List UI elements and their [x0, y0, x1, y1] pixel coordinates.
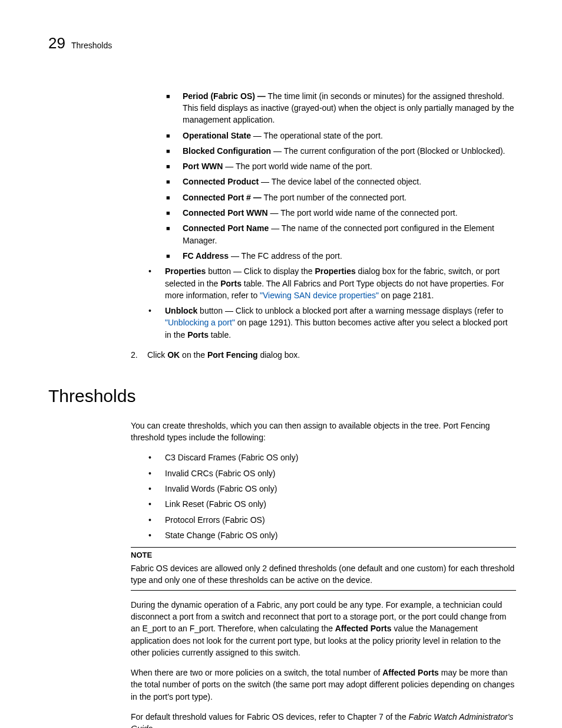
text: Protocol Errors (Fabric OS)	[165, 514, 516, 526]
list-item: ■Connected Port Name — The name of the c…	[166, 222, 516, 246]
text: Link Reset (Fabric OS only)	[165, 498, 516, 510]
paragraph: For default threshold values for Fabric …	[131, 711, 516, 728]
bullet-icon: •	[148, 467, 165, 479]
description: — The device label of the connected obje…	[259, 177, 421, 186]
paragraph: During the dynamic operation of a Fabric…	[131, 599, 516, 658]
list-item: •Invalid Words (Fabric OS only)	[148, 483, 516, 495]
content-block: ■Period (Fabric OS) — The time limit (in…	[131, 90, 516, 361]
list-item: ■Connected Port # — The port number of t…	[166, 192, 516, 203]
cross-reference-link[interactable]: "Viewing SAN device properties"	[260, 291, 379, 300]
numbered-step: 2. Click OK on the Port Fencing dialog b…	[131, 349, 516, 361]
list-item: ■FC Address — The FC address of the port…	[166, 250, 516, 262]
bold-text: Ports	[187, 330, 209, 340]
bold-text: Unblock	[165, 306, 197, 315]
list-item: ■Blocked Configuration — The current con…	[166, 145, 516, 157]
paragraph: When there are two or more policies on a…	[131, 667, 516, 703]
note-box: NOTE Fabric OS devices are allowed only …	[131, 547, 516, 590]
definition-list: ■Period (Fabric OS) — The time limit (in…	[166, 90, 516, 262]
list-item: ■Period (Fabric OS) — The time limit (in…	[166, 90, 516, 126]
term: Operational State	[183, 131, 251, 140]
text: C3 Discard Frames (Fabric OS only)	[165, 452, 516, 463]
square-bullet-icon: ■	[166, 250, 183, 262]
bold-text: Affected Ports	[382, 668, 439, 677]
text: Invalid Words (Fabric OS only)	[165, 483, 516, 495]
bullet-icon: •	[148, 452, 165, 463]
step-number: 2.	[131, 349, 147, 361]
list-item: •Invalid CRCs (Fabric OS only)	[148, 467, 516, 479]
term: Period (Fabric OS) —	[183, 91, 266, 101]
square-bullet-icon: ■	[166, 90, 183, 126]
bullet-icon: •	[148, 265, 165, 301]
text: button — Click to unblock a blocked port…	[197, 306, 503, 315]
term: Blocked Configuration	[183, 146, 271, 156]
bold-text: Ports	[220, 279, 242, 288]
description: — The port world wide name of the port.	[223, 162, 372, 171]
bold-text: OK	[167, 350, 180, 360]
text: When there are two or more policies on a…	[131, 668, 382, 677]
bullet-icon: •	[148, 483, 165, 495]
list-item: •Protocol Errors (Fabric OS)	[148, 514, 516, 526]
term: Port WWN	[183, 162, 223, 171]
list-item: ■Operational State — The operational sta…	[166, 130, 516, 141]
bullet-icon: •	[148, 514, 165, 526]
list-item: • Unblock button — Click to unblock a bl…	[148, 305, 516, 341]
cross-reference-link[interactable]: "Unblocking a port"	[165, 318, 235, 327]
text: on the	[180, 350, 207, 360]
text: on page 2181.	[379, 291, 434, 300]
square-bullet-icon: ■	[166, 222, 183, 246]
bullet-icon: •	[148, 529, 165, 541]
bold-text: Properties	[165, 266, 206, 276]
square-bullet-icon: ■	[166, 160, 183, 172]
square-bullet-icon: ■	[166, 130, 183, 141]
list-item: • Properties button — Click to display t…	[148, 265, 516, 301]
list-item: 2. Click OK on the Port Fencing dialog b…	[131, 349, 516, 361]
page-header: 29 Thresholds	[48, 32, 516, 55]
thresholds-content: You can create thresholds, which you can…	[131, 420, 516, 728]
list-item: •C3 Discard Frames (Fabric OS only)	[148, 452, 516, 463]
description: — The port world wide name of the connec…	[268, 208, 458, 218]
bullet-icon: •	[148, 305, 165, 341]
text: table.	[209, 330, 231, 340]
square-bullet-icon: ■	[166, 192, 183, 203]
bullet-list: • Properties button — Click to display t…	[148, 265, 516, 341]
list-item: ■Port WWN — The port world wide name of …	[166, 160, 516, 172]
description: — The FC address of the port.	[229, 251, 342, 261]
text: dialog box.	[258, 350, 300, 360]
chapter-number: 29	[48, 32, 65, 55]
list-item: •State Change (Fabric OS only)	[148, 529, 516, 541]
note-label: NOTE	[131, 550, 516, 561]
note-text: Fabric OS devices are allowed only 2 def…	[131, 562, 516, 587]
header-section-title: Thresholds	[71, 39, 112, 51]
text: Click	[147, 350, 167, 360]
text: State Change (Fabric OS only)	[165, 529, 516, 541]
bold-text: Affected Ports	[335, 624, 392, 633]
term: Connected Port # —	[183, 193, 262, 202]
text: Invalid CRCs (Fabric OS only)	[165, 467, 516, 479]
section-title: Thresholds	[48, 383, 516, 409]
term: Connected Port WWN	[183, 208, 268, 218]
description: The port number of the connected port.	[262, 193, 406, 202]
square-bullet-icon: ■	[166, 207, 183, 219]
intro-paragraph: You can create thresholds, which you can…	[131, 420, 516, 444]
text: For default threshold values for Fabric …	[131, 712, 409, 722]
description: — The operational state of the port.	[251, 131, 383, 140]
list-item: •Link Reset (Fabric OS only)	[148, 498, 516, 510]
threshold-types-list: •C3 Discard Frames (Fabric OS only) •Inv…	[148, 452, 516, 541]
list-item: ■Connected Product — The device label of…	[166, 176, 516, 187]
square-bullet-icon: ■	[166, 176, 183, 187]
bold-text: Properties	[315, 266, 355, 276]
term: FC Address	[183, 251, 229, 261]
square-bullet-icon: ■	[166, 145, 183, 157]
bold-text: Port Fencing	[207, 350, 258, 360]
term: Connected Port Name	[183, 223, 269, 233]
text: button — Click to display the	[206, 266, 315, 276]
text: .	[153, 724, 155, 728]
list-item: ■Connected Port WWN — The port world wid…	[166, 207, 516, 219]
bullet-icon: •	[148, 498, 165, 510]
description: — The current configuration of the port …	[271, 146, 505, 156]
term: Connected Product	[183, 177, 259, 186]
